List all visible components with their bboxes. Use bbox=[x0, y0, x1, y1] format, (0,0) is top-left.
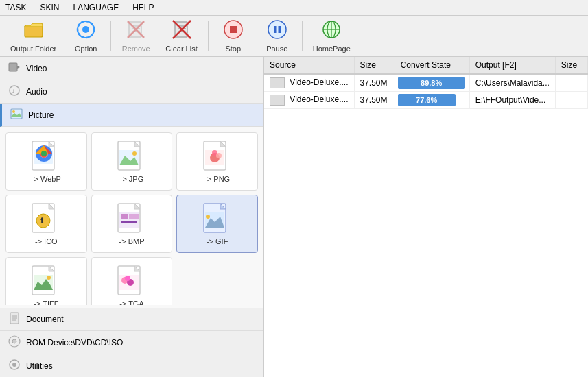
menu-language[interactable]: LANGUAGE bbox=[70, 1, 121, 14]
progress-bar-2: 77.6% bbox=[398, 94, 456, 106]
format-bmp-label: -> BMP bbox=[119, 237, 145, 245]
table-row[interactable]: Video-Deluxe.... 37.50M 89.8% C:\Users\M… bbox=[264, 74, 588, 92]
clearlist-icon bbox=[172, 20, 191, 43]
format-grid-wrapper: -> WebP bbox=[0, 127, 263, 305]
format-ico[interactable]: ℹ -> ICO bbox=[5, 195, 87, 253]
sidebar-item-picture[interactable]: Picture bbox=[0, 104, 263, 127]
rom-icon bbox=[8, 335, 21, 350]
audio-icon: ♪ bbox=[8, 84, 21, 99]
remove-button[interactable]: Remove bbox=[115, 19, 156, 54]
col-size: Size bbox=[354, 57, 395, 74]
clear-list-label: Clear List bbox=[165, 45, 197, 53]
sidebar-item-video[interactable]: Video bbox=[0, 57, 263, 80]
menu-task[interactable]: TASK bbox=[3, 1, 29, 14]
thumb-2 bbox=[270, 95, 285, 106]
svg-point-73 bbox=[12, 363, 16, 367]
svg-rect-50 bbox=[121, 214, 128, 219]
homepage-icon bbox=[322, 20, 341, 43]
format-webp-label: -> WebP bbox=[32, 175, 61, 183]
svg-point-30 bbox=[12, 110, 15, 113]
svg-rect-19 bbox=[274, 26, 277, 33]
sidebar-item-audio[interactable]: ♪ Audio bbox=[0, 80, 263, 104]
toolbar-separator-3 bbox=[302, 21, 303, 51]
svg-rect-17 bbox=[230, 26, 237, 33]
col-output-size: Size bbox=[555, 57, 587, 74]
sidebar: Video ♪ Audio Picture bbox=[0, 57, 264, 377]
sidebar-document-label: Document bbox=[26, 315, 64, 324]
svg-rect-0 bbox=[25, 25, 43, 37]
sidebar-item-rom[interactable]: ROM Device\DVD\CD\ISO bbox=[0, 331, 263, 354]
format-jpg-label: -> JPG bbox=[120, 175, 144, 183]
stop-button[interactable]: Stop bbox=[213, 19, 254, 54]
right-panel: Source Size Convert State Output [F2] Si… bbox=[264, 57, 588, 377]
svg-rect-25 bbox=[9, 63, 17, 71]
sidebar-picture-label: Picture bbox=[28, 110, 54, 120]
cell-size-2: 37.50M bbox=[354, 92, 395, 109]
output-folder-label: Output Folder bbox=[10, 45, 56, 53]
output-folder-button[interactable]: Output Folder bbox=[4, 19, 62, 54]
format-tga-label: -> TGA bbox=[119, 300, 144, 306]
stop-icon bbox=[224, 20, 243, 43]
format-tiff[interactable]: -> TIFF bbox=[5, 257, 87, 305]
cell-progress-1: 89.8% bbox=[395, 74, 469, 92]
document-icon bbox=[8, 312, 21, 326]
toolbar-separator-1 bbox=[110, 21, 111, 51]
main-area: Video ♪ Audio Picture bbox=[0, 57, 588, 377]
svg-point-60 bbox=[47, 276, 51, 280]
pause-button[interactable]: Pause bbox=[257, 19, 298, 54]
svg-point-71 bbox=[12, 339, 16, 343]
sidebar-item-utilities[interactable]: Utilities bbox=[0, 354, 263, 377]
svg-point-35 bbox=[41, 151, 47, 156]
sidebar-item-document[interactable]: Document bbox=[0, 308, 263, 331]
format-gif-label: -> GIF bbox=[207, 237, 228, 245]
format-ico-label: -> ICO bbox=[35, 237, 58, 245]
svg-point-46 bbox=[36, 214, 50, 228]
folder-icon bbox=[24, 20, 43, 43]
toolbar: Output Folder Option Remove bbox=[0, 16, 588, 57]
homepage-button[interactable]: HomePage bbox=[307, 19, 357, 54]
sidebar-audio-label: Audio bbox=[26, 87, 47, 97]
svg-point-56 bbox=[206, 215, 210, 219]
cell-source-2: Video-Deluxe.... bbox=[264, 92, 354, 109]
remove-label: Remove bbox=[122, 45, 150, 53]
cell-output-2: E:\FFOutput\Vide... bbox=[469, 92, 555, 109]
thumb-1 bbox=[270, 77, 285, 88]
cell-output-size-2 bbox=[555, 92, 587, 109]
gear-icon bbox=[76, 20, 95, 43]
sidebar-rom-label: ROM Device\DVD\CD\ISO bbox=[26, 338, 123, 348]
format-tga[interactable]: -> TGA bbox=[91, 257, 173, 305]
picture-icon bbox=[10, 108, 23, 122]
svg-point-2 bbox=[82, 26, 89, 33]
svg-point-39 bbox=[132, 151, 137, 156]
menu-help[interactable]: HELP bbox=[130, 1, 156, 14]
file-table: Source Size Convert State Output [F2] Si… bbox=[264, 57, 588, 377]
utilities-icon bbox=[8, 358, 21, 373]
svg-rect-52 bbox=[129, 214, 139, 219]
picture-content: -> WebP bbox=[0, 127, 263, 308]
format-png[interactable]: -> PNG bbox=[176, 132, 258, 191]
svg-point-18 bbox=[268, 21, 286, 38]
col-source: Source bbox=[264, 57, 354, 74]
option-label: Option bbox=[75, 45, 97, 53]
progress-bar-1: 89.8% bbox=[398, 77, 465, 89]
remove-icon bbox=[126, 20, 145, 43]
svg-rect-29 bbox=[11, 109, 22, 119]
table-row[interactable]: Video-Deluxe.... 37.50M 77.6% E:\FFOutpu… bbox=[264, 92, 588, 109]
menu-skin[interactable]: SKIN bbox=[37, 1, 62, 14]
pause-icon bbox=[268, 20, 287, 43]
format-gif[interactable]: -> GIF bbox=[176, 195, 258, 253]
stop-label: Stop bbox=[225, 45, 241, 53]
option-button[interactable]: Option bbox=[65, 19, 106, 54]
clear-list-button[interactable]: Clear List bbox=[159, 19, 203, 54]
svg-point-44 bbox=[216, 153, 222, 158]
table-body: Video-Deluxe.... 37.50M 89.8% C:\Users\M… bbox=[264, 74, 588, 109]
col-output: Output [F2] bbox=[469, 57, 555, 74]
svg-rect-51 bbox=[121, 221, 137, 223]
cell-size-1: 37.50M bbox=[354, 74, 395, 92]
svg-text:♪: ♪ bbox=[12, 87, 15, 95]
format-jpg[interactable]: -> JPG bbox=[91, 132, 173, 191]
svg-rect-20 bbox=[278, 26, 281, 33]
video-icon bbox=[8, 61, 21, 75]
format-webp[interactable]: -> WebP bbox=[5, 132, 87, 191]
format-bmp[interactable]: -> BMP bbox=[91, 195, 173, 253]
